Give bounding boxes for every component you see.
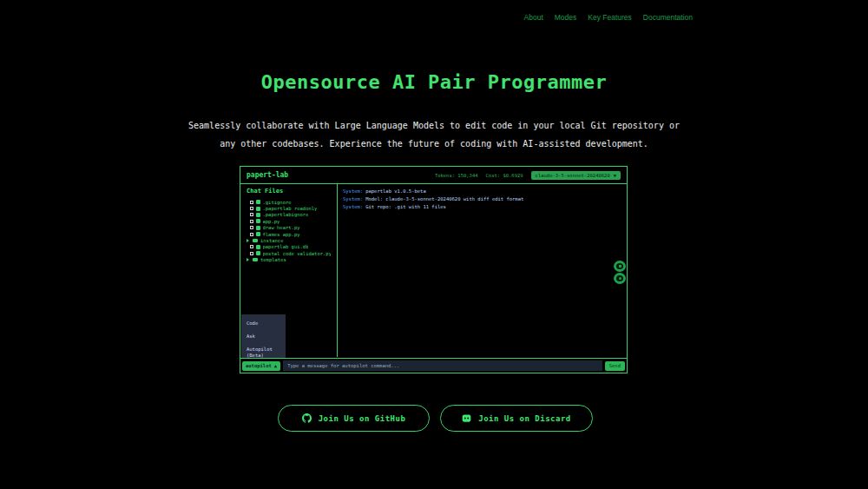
- file-icon: [256, 207, 260, 211]
- file-checkbox[interactable]: [250, 220, 253, 223]
- file-row[interactable]: papertlab_gui.db: [247, 244, 331, 250]
- app-titlebar: papert-lab Tokens: 150,344 Cost: $0.6929…: [240, 167, 627, 184]
- file-icon: [256, 219, 260, 223]
- nav-link-key-features[interactable]: Key Features: [588, 13, 632, 22]
- tokens-count: Tokens: 150,344: [435, 173, 478, 178]
- file-name: app.py: [263, 219, 280, 224]
- chevron-up-icon: ▲: [274, 363, 277, 368]
- app-title: papert-lab: [247, 171, 288, 179]
- file-checkbox[interactable]: [250, 226, 253, 229]
- file-icon: [256, 245, 260, 249]
- top-nav: About Modes Key Features Documentation: [524, 13, 693, 22]
- folder-caret-icon[interactable]: [247, 239, 249, 242]
- message-text: Model: claude-3-5-sonnet-20240620 with d…: [365, 196, 523, 202]
- file-row[interactable]: .papertlabignore: [247, 212, 331, 218]
- system-message: System:Git repo: .git with 11 files: [343, 203, 621, 211]
- file-icon: [256, 226, 260, 230]
- nav-link-about[interactable]: About: [524, 13, 543, 22]
- composer-bar: autopilot ▲ Send: [240, 358, 627, 373]
- system-message: System:papertlab v1.0.5-beta: [343, 188, 621, 195]
- page-title: Opensource AI Pair Programmer: [0, 71, 868, 93]
- folder-row[interactable]: templates: [247, 257, 331, 263]
- model-select-dropdown[interactable]: claude-3-5-sonnet-20240620 ▼: [531, 171, 621, 180]
- landing-page: About Modes Key Features Documentation O…: [0, 0, 868, 489]
- floating-action-icon[interactable]: [614, 273, 626, 284]
- chat-output: System:papertlab v1.0.5-beta System:Mode…: [338, 184, 627, 357]
- system-message: System:Model: claude-3-5-sonnet-20240620…: [343, 195, 621, 203]
- mode-select-value: autopilot: [246, 363, 272, 368]
- mode-select-button[interactable]: autopilot ▲: [242, 361, 280, 371]
- file-checkbox[interactable]: [250, 201, 253, 204]
- file-name: .papertlab_readonly: [263, 206, 318, 211]
- folder-caret-icon[interactable]: [247, 258, 249, 261]
- file-checkbox[interactable]: [250, 207, 253, 210]
- mode-menu-item-code[interactable]: Code: [247, 320, 280, 327]
- folder-icon: [253, 239, 258, 243]
- cost-value: Cost: $0.6929: [486, 173, 523, 178]
- nav-link-modes[interactable]: Modes: [555, 13, 577, 22]
- file-icon: [256, 251, 260, 255]
- file-checkbox[interactable]: [250, 233, 253, 236]
- file-name: draw_heart.py: [263, 225, 300, 230]
- github-button-label: Join Us on GitHub: [319, 414, 406, 423]
- mode-menu-item-autopilot[interactable]: Autopilot (Beta): [247, 347, 280, 359]
- file-row[interactable]: .gitignore: [247, 199, 331, 205]
- hero-subtitle-line1: Seamlessly collaborate with Large Langua…: [0, 116, 868, 135]
- message-text: Git repo: .git with 11 files: [365, 204, 446, 209]
- message-label: System:: [343, 196, 363, 202]
- message-label: System:: [343, 188, 363, 194]
- sidebar-header: Chat Files: [247, 188, 331, 195]
- discord-icon: [462, 413, 471, 423]
- file-icon: [256, 232, 260, 236]
- app-demo-window: papert-lab Tokens: 150,344 Cost: $0.6929…: [240, 166, 628, 373]
- app-main: Chat Files .gitignore .papertlab_readonl…: [240, 184, 627, 357]
- hero-subtitle-line2: any other codebases. Experience the futu…: [0, 135, 868, 153]
- floating-action-icon[interactable]: [614, 261, 626, 272]
- send-button[interactable]: Send: [605, 361, 625, 371]
- mode-dropup-menu: Code Ask Autopilot (Beta): [241, 314, 286, 358]
- file-row[interactable]: .papertlab_readonly: [247, 205, 331, 211]
- file-checkbox[interactable]: [250, 213, 253, 216]
- file-row[interactable]: draw_heart.py: [247, 225, 331, 231]
- message-input[interactable]: [283, 360, 602, 371]
- dot-glyph: [619, 277, 621, 280]
- folder-name: templates: [260, 257, 286, 262]
- hero-subtitle: Seamlessly collaborate with Large Langua…: [0, 116, 868, 153]
- mode-menu-item-ask[interactable]: Ask: [247, 334, 280, 340]
- file-name: flames_app.py: [263, 232, 300, 237]
- file-checkbox[interactable]: [250, 252, 253, 255]
- message-text: papertlab v1.0.5-beta: [365, 188, 426, 194]
- nav-link-documentation[interactable]: Documentation: [643, 13, 693, 22]
- file-icon: [256, 213, 260, 217]
- folder-icon: [253, 258, 258, 262]
- file-icon: [256, 200, 260, 204]
- file-name: .papertlabignore: [263, 212, 309, 217]
- square-glyph: [619, 265, 621, 268]
- chevron-down-icon: ▼: [614, 173, 616, 178]
- file-row[interactable]: app.py: [247, 218, 331, 224]
- file-row[interactable]: postal_code_validator.py: [247, 250, 331, 256]
- folder-row[interactable]: instance: [247, 237, 331, 243]
- discord-button[interactable]: Join Us on Discard: [440, 405, 593, 432]
- file-name: postal_code_validator.py: [263, 251, 332, 256]
- model-select-value: claude-3-5-sonnet-20240620: [536, 173, 610, 178]
- file-row[interactable]: flames_app.py: [247, 231, 331, 237]
- discord-button-label: Join Us on Discard: [478, 414, 571, 423]
- github-button[interactable]: Join Us on GitHub: [278, 405, 430, 432]
- message-label: System:: [343, 204, 363, 209]
- folder-name: instance: [260, 238, 284, 243]
- file-checkbox[interactable]: [250, 245, 253, 248]
- file-name: papertlab_gui.db: [263, 244, 309, 249]
- usage-stats: Tokens: 150,344 Cost: $0.6929: [435, 173, 523, 178]
- github-icon: [302, 413, 312, 423]
- file-name: .gitignore: [263, 200, 292, 205]
